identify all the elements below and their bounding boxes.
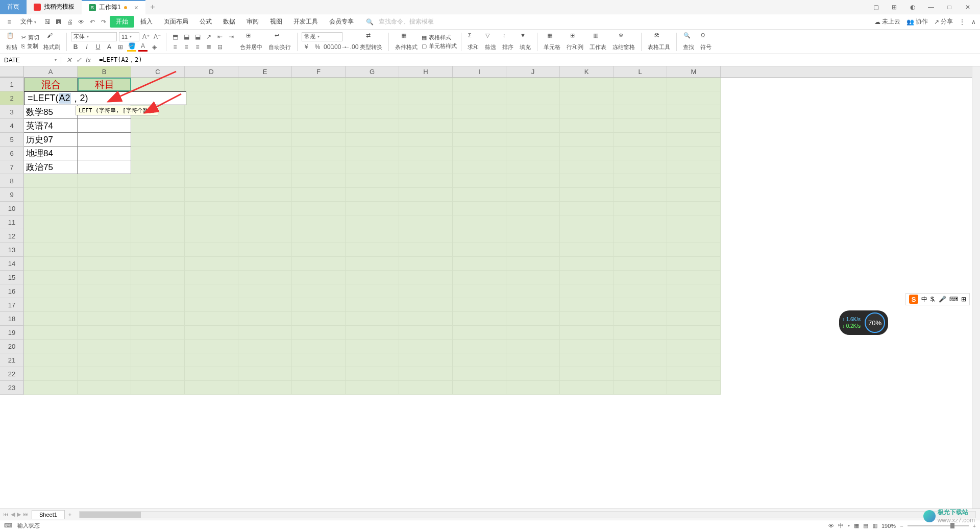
add-tab-button[interactable]: + (145, 3, 160, 12)
cell[interactable] (560, 215, 614, 229)
col-header-B[interactable]: B (78, 66, 131, 77)
format-painter[interactable]: 🖌 格式刷 (41, 31, 62, 52)
cell[interactable] (399, 243, 453, 257)
redo-icon[interactable]: ↷ (99, 17, 109, 27)
worksheet-button[interactable]: ▥工作表 (587, 31, 608, 52)
cell[interactable] (346, 215, 399, 229)
cell[interactable] (238, 326, 292, 340)
cell[interactable] (185, 284, 238, 298)
row-header[interactable]: 22 (0, 367, 24, 381)
cell[interactable] (292, 188, 346, 202)
filter-button[interactable]: ▽筛选 (483, 31, 498, 52)
cell[interactable] (667, 174, 721, 188)
cell[interactable] (131, 340, 185, 353)
cell[interactable] (506, 271, 560, 284)
add-sheet-button[interactable]: + (65, 512, 75, 518)
zoom-out-icon[interactable]: − (900, 523, 903, 529)
paste-button[interactable]: 📋 粘贴 (4, 31, 19, 52)
cell[interactable] (399, 284, 453, 298)
cell[interactable] (560, 91, 614, 105)
row-header[interactable]: 21 (0, 353, 24, 367)
decrease-decimal[interactable]: ←.00 (347, 42, 356, 52)
cell[interactable] (399, 174, 453, 188)
cell[interactable] (614, 381, 667, 395)
cell[interactable] (292, 312, 346, 326)
ime-keyboard-icon[interactable]: ⌨ (949, 296, 958, 303)
col-header-M[interactable]: M (667, 66, 721, 77)
menu-insert[interactable]: 插入 (135, 15, 158, 28)
italic-button[interactable]: I (82, 42, 91, 52)
cell[interactable] (131, 119, 185, 133)
row-header[interactable]: 7 (0, 160, 24, 174)
cell[interactable]: 混合 (24, 78, 78, 91)
cell[interactable] (560, 271, 614, 284)
cell[interactable] (131, 312, 185, 326)
cell-editor[interactable]: =LEFT(A2，2) (24, 91, 186, 105)
indent-left[interactable]: ⇤ (215, 32, 225, 41)
cell[interactable] (131, 243, 185, 257)
cell[interactable] (292, 271, 346, 284)
cell[interactable] (346, 202, 399, 215)
row-header[interactable]: 10 (0, 202, 24, 215)
cell[interactable] (238, 271, 292, 284)
cell[interactable] (399, 202, 453, 215)
cell[interactable] (614, 257, 667, 271)
row-header[interactable]: 3 (0, 105, 24, 119)
col-header-I[interactable]: I (453, 66, 506, 77)
menu-layout[interactable]: 页面布局 (159, 15, 193, 28)
menu-member[interactable]: 会员专享 (324, 15, 359, 28)
cell[interactable] (453, 174, 506, 188)
sheet-last-icon[interactable]: ⏭ (23, 511, 29, 518)
cell[interactable] (131, 174, 185, 188)
cell[interactable] (185, 229, 238, 243)
table-tools-button[interactable]: 🛠表格工具 (646, 31, 672, 52)
cell[interactable] (131, 381, 185, 395)
cell[interactable] (24, 284, 78, 298)
close-tab-icon[interactable]: × (134, 4, 138, 12)
view-page-icon[interactable]: ▤ (863, 522, 868, 529)
row-header[interactable]: 4 (0, 119, 24, 133)
cell[interactable] (560, 257, 614, 271)
cell[interactable] (667, 367, 721, 381)
zoom-slider[interactable] (908, 525, 969, 526)
find-button[interactable]: 🔍查找 (681, 31, 696, 52)
cell[interactable] (506, 174, 560, 188)
cell[interactable] (131, 188, 185, 202)
cell[interactable] (238, 312, 292, 326)
row-header[interactable]: 13 (0, 243, 24, 257)
cell[interactable] (346, 133, 399, 147)
cell[interactable] (24, 381, 78, 395)
wrap-button[interactable]: ↩自动换行 (266, 31, 293, 52)
cell[interactable] (185, 78, 238, 91)
menu-start[interactable]: 开始 (110, 16, 134, 28)
cell[interactable] (346, 353, 399, 367)
cell[interactable] (560, 174, 614, 188)
cell[interactable] (185, 312, 238, 326)
indent-right[interactable]: ⇥ (227, 32, 236, 41)
cell[interactable] (185, 119, 238, 133)
cell[interactable] (24, 326, 78, 340)
cell[interactable] (399, 298, 453, 312)
cell[interactable] (131, 271, 185, 284)
row-header[interactable]: 16 (0, 284, 24, 298)
cell[interactable] (506, 78, 560, 91)
view-break-icon[interactable]: ▥ (872, 522, 877, 529)
cell[interactable] (614, 312, 667, 326)
cell[interactable] (667, 326, 721, 340)
increase-decimal[interactable]: .00→ (335, 42, 345, 52)
cell[interactable] (453, 284, 506, 298)
cell[interactable] (614, 160, 667, 174)
cell[interactable] (78, 381, 131, 395)
cell[interactable] (399, 257, 453, 271)
cell[interactable] (667, 353, 721, 367)
cell[interactable] (292, 353, 346, 367)
cell[interactable] (78, 271, 131, 284)
cell[interactable] (667, 284, 721, 298)
cell[interactable] (399, 78, 453, 91)
orientation[interactable]: ↗ (204, 32, 213, 41)
currency-button[interactable]: ¥ (302, 42, 311, 52)
cell[interactable] (399, 367, 453, 381)
cell[interactable] (560, 367, 614, 381)
sheet-prev-icon[interactable]: ◀ (11, 511, 15, 518)
row-header[interactable]: 20 (0, 340, 24, 353)
